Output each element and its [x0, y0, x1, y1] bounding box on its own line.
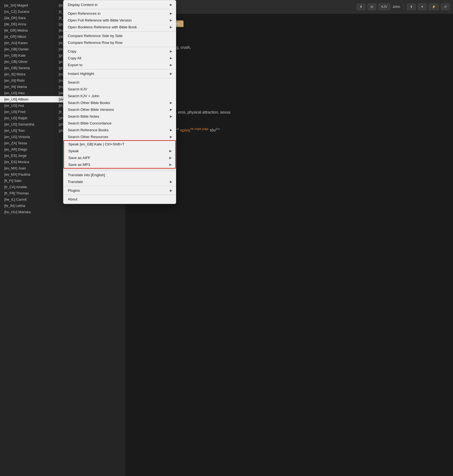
menu-item-label: Open Bookless Reference with Bible Book [68, 25, 137, 29]
menu-item-compare-row[interactable]: Compare Reference Row by Row [63, 39, 176, 46]
submenu-arrow-icon: ▶ [170, 128, 172, 132]
submenu-arrow-icon: ▶ [170, 12, 172, 15]
menu-separator [63, 170, 176, 171]
menu-item-label: Compare Reference Row by Row [68, 41, 123, 45]
menu-item-plugins[interactable]: Plugins▶ [63, 187, 176, 194]
menu-item-search-notes[interactable]: Search Bible Notes▶ [63, 113, 176, 120]
menu-item-open-full-reference[interactable]: Open Full Reference with Bible Version▶ [63, 17, 176, 24]
menu-separator [63, 169, 176, 170]
voice-list-item[interactable]: [hu_HU] Mariska [0, 209, 125, 215]
submenu-arrow-icon: ▶ [169, 149, 172, 153]
submenu-arrow-icon: ▶ [170, 25, 172, 29]
menu-separator [63, 195, 176, 195]
menu-item-label: Translate into [English] [68, 173, 105, 177]
menu-item-open-bookless[interactable]: Open Bookless Reference with Bible Book▶ [63, 24, 176, 30]
menu-item-label: Search Other Resources [68, 135, 108, 139]
submenu-arrow-icon: ▶ [170, 3, 172, 7]
menu-item-label: Search Bible Notes [68, 114, 99, 118]
menu-item-label: Search KJV [68, 87, 87, 91]
menu-separator [63, 47, 176, 47]
menu-item-label: Open References in [68, 11, 100, 16]
menu-separator [63, 186, 176, 186]
menu-item-search-resources[interactable]: Search Other Resources▶ [63, 133, 176, 140]
submenu-arrow-icon: ▶ [170, 72, 172, 75]
menu-item-search-other-books[interactable]: Search Other Bible Books▶ [63, 99, 176, 106]
menu-item-open-references[interactable]: Open References in▶ [63, 10, 176, 17]
submenu-arrow-icon: ▶ [169, 156, 172, 160]
menu-item-translate-english[interactable]: Translate into [English] [63, 172, 176, 178]
refresh-icon: ↺ [444, 5, 447, 9]
export-button[interactable]: ⬆ [407, 4, 416, 10]
menu-item-label: Search KJV > John [68, 94, 99, 98]
submenu-arrow-icon: ▶ [170, 50, 172, 53]
menu-item-label: Translate [68, 180, 83, 184]
menu-item-label: Plugins [68, 188, 80, 193]
version-label: KJV [381, 5, 387, 9]
menu-separator [63, 78, 176, 78]
menu-item-label: Save as MP3 [68, 163, 90, 167]
book-label: John [393, 5, 400, 9]
menu-item-search-reference[interactable]: Search Reference Books▶ [63, 127, 176, 133]
menu-item-speak[interactable]: Speak▶ [64, 148, 175, 154]
menu-item-search-kjv[interactable]: Search KJV [63, 86, 176, 93]
menu-item-label: Search Bible Concordance [68, 121, 112, 125]
submenu-arrow-icon: ▶ [170, 56, 172, 60]
context-menu: Display Content in▶Open References in▶Op… [63, 0, 176, 204]
menu-item-label: Copy [68, 49, 76, 53]
greek-text: ο τὸνthe κόσμονworld ἵναthat κρίνῃHe mig… [132, 126, 446, 141]
speak-section: Speak [en_GB] Kate | Ctrl+Shift+TSpeak▶S… [63, 140, 176, 169]
submenu-arrow-icon: ▶ [170, 101, 172, 105]
submenu-arrow-icon: ▶ [170, 63, 172, 67]
bible-definition: affection be love, amorousness, iring, c… [132, 31, 446, 122]
submenu-arrow-icon: ▶ [170, 108, 172, 111]
bolt-button[interactable]: ⚡ [429, 4, 439, 10]
submenu-arrow-icon: ▶ [170, 135, 172, 139]
submenu-arrow-icon: ▶ [170, 19, 172, 22]
menu-item-label: Save as AIFF [68, 156, 90, 160]
menu-item-about[interactable]: About [63, 196, 176, 203]
menu-item-search-concordance[interactable]: Search Bible Concordance [63, 120, 176, 127]
highlight-button[interactable]: ✦ [418, 4, 427, 10]
menu-item-search-other-versions[interactable]: Search Other Bible Versions▶ [63, 106, 176, 113]
menu-item-label: Search Other Bible Versions [68, 108, 114, 112]
highlight-icon: ✦ [421, 5, 424, 9]
menu-item-label: Search Other Bible Books [68, 101, 110, 105]
menu-item-speak-kate[interactable]: Speak [en_GB] Kate | Ctrl+Shift+T [64, 141, 175, 148]
share-button[interactable]: ⬆ [357, 4, 365, 10]
toggle-icon: ⊟ [371, 5, 373, 9]
menu-separator [63, 9, 176, 9]
submenu-arrow-icon: ▶ [170, 115, 172, 118]
menu-item-label: Instant Highlight [68, 72, 94, 76]
refresh-button[interactable]: ↺ [441, 4, 450, 10]
menu-separator [63, 69, 176, 69]
menu-item-label: Copy All [68, 56, 81, 60]
menu-item-search[interactable]: Search [63, 79, 176, 86]
menu-item-instant-highlight[interactable]: Instant Highlight▶ [63, 70, 176, 77]
menu-item-compare-side[interactable]: Compare Reference Side by Side [63, 32, 176, 39]
menu-item-save-mp3[interactable]: Save as MP3▶ [64, 161, 175, 168]
toolbar-separator [403, 4, 404, 10]
menu-item-translate[interactable]: Translate▶ [63, 178, 176, 185]
menu-item-label: Search Reference Books [68, 128, 109, 132]
submenu-arrow-icon: ▶ [169, 163, 172, 166]
menu-item-label: Display Content in [68, 3, 98, 7]
menu-item-label: Open Full Reference with Bible Version [68, 18, 132, 22]
menu-item-search-kjv-john[interactable]: Search KJV > John [63, 93, 176, 99]
toggle-button[interactable]: ⊟ [368, 4, 376, 10]
greek-the2: the [216, 127, 220, 130]
menu-item-save-aiff[interactable]: Save as AIFF▶ [64, 154, 175, 161]
menu-item-copy[interactable]: Copy▶ [63, 48, 176, 55]
version-selector[interactable]: KJV [378, 4, 390, 10]
menu-item-display-content[interactable]: Display Content in▶ [63, 1, 176, 8]
menu-item-label: Compare Reference Side by Side [68, 34, 123, 38]
menu-item-copy-all[interactable]: Copy All▶ [63, 55, 176, 62]
menu-item-label: Speak [en_GB] Kate | Ctrl+Shift+T [68, 142, 124, 146]
greek-krine: κρίνῃ [180, 128, 190, 132]
menu-item-label: Export to [68, 63, 82, 67]
share-icon: ⬆ [360, 5, 362, 9]
greek-judge: He might judge [190, 127, 209, 130]
menu-item-label: Speak [68, 149, 79, 153]
export-icon: ⬆ [410, 5, 413, 9]
menu-item-export-to[interactable]: Export to▶ [63, 62, 176, 68]
greek-ton2: τὸν [210, 128, 216, 132]
